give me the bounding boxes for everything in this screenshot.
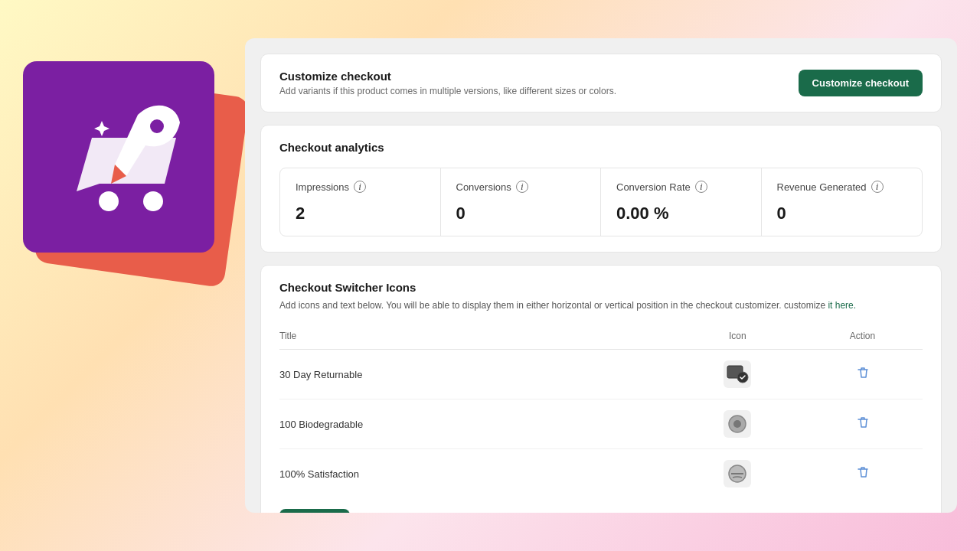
row-title: 100 Biodegradable [279, 399, 673, 449]
row-action-cell [802, 449, 923, 499]
icons-table-header-row: Title Icon Action [279, 326, 923, 350]
logo-container [23, 61, 245, 298]
analytics-conversions: Conversions i 0 [441, 168, 602, 236]
row-icon-cell [673, 350, 802, 399]
checkout-analytics-card: Checkout analytics Impressions i 2 Conve… [260, 125, 942, 253]
switcher-desc-prefix: Add icons and text below. You will be ab… [279, 300, 828, 311]
icons-table-head: Title Icon Action [279, 326, 923, 350]
analytics-revenue-header: Revenue Generated i [777, 181, 907, 193]
row-icon-cell [673, 399, 802, 449]
row-action-cell [802, 350, 923, 399]
analytics-conversions-label: Conversions [456, 181, 511, 193]
col-header-title: Title [279, 326, 673, 350]
table-row: 100 Biodegradable [279, 399, 923, 449]
analytics-conversion-rate-label: Conversion Rate [616, 181, 691, 193]
switcher-description: Add icons and text below. You will be ab… [279, 298, 923, 312]
customize-checkout-description: Add variants if this product comes in mu… [279, 86, 616, 96]
add-icon-button[interactable]: Add Icon [279, 509, 350, 513]
analytics-revenue: Revenue Generated i 0 [762, 168, 923, 236]
table-row: 100% Satisfaction [279, 449, 923, 499]
customize-checkout-card: Customize checkout Add variants if this … [260, 54, 942, 112]
row-action-cell [802, 399, 923, 449]
analytics-conversions-value: 0 [456, 204, 586, 223]
switcher-icons-card: Checkout Switcher Icons Add icons and te… [260, 265, 942, 513]
conversions-info-icon[interactable]: i [516, 181, 528, 193]
row-title: 30 Day Returnable [279, 350, 673, 399]
col-header-action: Action [802, 326, 923, 350]
row-icon-thumb [724, 360, 751, 388]
conversion-rate-info-icon[interactable]: i [695, 181, 707, 193]
row-icon-thumb [724, 410, 751, 438]
row-title: 100% Satisfaction [279, 449, 673, 499]
analytics-impressions-header: Impressions i [296, 181, 425, 193]
analytics-title: Checkout analytics [279, 141, 923, 154]
row-icon-thumb [724, 460, 751, 487]
table-row: 30 Day Returnable [279, 350, 923, 399]
customize-checkout-text: Customize checkout Add variants if this … [279, 70, 616, 96]
logo-front [23, 61, 214, 253]
analytics-revenue-label: Revenue Generated [777, 181, 867, 193]
icons-table: Title Icon Action 30 Day Returnable [279, 326, 923, 498]
svg-point-0 [99, 191, 119, 211]
delete-button-row3[interactable] [853, 462, 873, 485]
analytics-revenue-value: 0 [777, 204, 907, 223]
row-icon-cell [673, 449, 802, 499]
customize-checkout-button[interactable]: Customize checkout [799, 70, 923, 96]
main-panel: Customize checkout Add variants if this … [245, 38, 957, 513]
switcher-title: Checkout Switcher Icons [279, 281, 923, 294]
col-header-icon: Icon [673, 326, 802, 350]
analytics-conversion-rate: Conversion Rate i 0.00 % [601, 168, 762, 236]
customize-checkout-title: Customize checkout [279, 70, 616, 83]
analytics-conversion-rate-header: Conversion Rate i [616, 181, 746, 193]
delete-button-row1[interactable] [853, 363, 873, 386]
delete-button-row2[interactable] [853, 412, 873, 435]
analytics-conversions-header: Conversions i [456, 181, 586, 193]
svg-point-1 [143, 191, 163, 211]
svg-point-2 [149, 119, 165, 134]
impressions-info-icon[interactable]: i [354, 181, 366, 193]
analytics-impressions-label: Impressions [296, 181, 349, 193]
svg-point-6 [733, 420, 741, 428]
icons-table-body: 30 Day Returnable [279, 350, 923, 499]
analytics-impressions-value: 2 [296, 204, 425, 223]
analytics-conversion-rate-value: 0.00 % [616, 204, 746, 223]
analytics-grid: Impressions i 2 Conversions i 0 Conversi… [279, 168, 923, 236]
analytics-impressions: Impressions i 2 [280, 168, 441, 236]
switcher-desc-link[interactable]: it here. [828, 300, 856, 311]
logo-icon [38, 77, 214, 253]
revenue-info-icon[interactable]: i [871, 181, 884, 193]
